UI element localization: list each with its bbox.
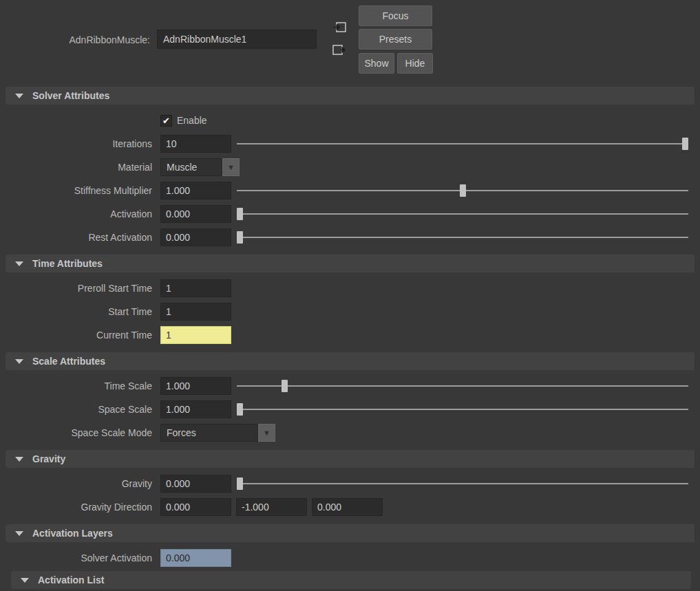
space-scale-mode-label: Space Scale Mode <box>0 427 152 438</box>
stiffness-multiplier-label: Stiffness Multiplier <box>0 185 152 196</box>
slider-handle[interactable] <box>237 477 243 490</box>
section-activation-layers: Solver Activation Activation List Add Ne… <box>0 544 700 591</box>
row-start-time: Start Time <box>0 300 700 323</box>
row-space-scale-mode: Space Scale Mode Forces ▼ <box>0 421 700 444</box>
section-scale-attributes: Time Scale Space Scale Space Scale Mode … <box>0 372 700 449</box>
row-gravity: Gravity <box>0 472 700 495</box>
section-title: Solver Attributes <box>32 90 109 101</box>
slider-handle[interactable] <box>237 208 243 220</box>
section-title: Gravity <box>32 453 65 464</box>
gravity-direction-x-field[interactable] <box>160 498 231 516</box>
row-space-scale: Space Scale <box>0 398 700 421</box>
slider-handle[interactable] <box>460 184 466 197</box>
enable-label: Enable <box>177 115 207 126</box>
section-gravity: Gravity Gravity Direction <box>0 469 700 523</box>
start-time-label: Start Time <box>0 306 152 317</box>
section-header-scale-attributes[interactable]: Scale Attributes <box>6 352 694 370</box>
iterations-slider[interactable] <box>237 138 688 150</box>
collapse-arrow-icon <box>15 261 23 266</box>
section-solver-attributes: ✔ Enable Iterations Material Muscle ▼ St… <box>0 106 700 253</box>
section-time-attributes: Preroll Start Time Start Time Current Ti… <box>0 274 700 351</box>
space-scale-field[interactable] <box>160 400 231 418</box>
section-header-activation-layers[interactable]: Activation Layers <box>6 524 694 542</box>
material-dropdown[interactable]: Muscle ▼ <box>160 158 240 176</box>
preroll-start-time-field[interactable] <box>160 279 231 297</box>
gravity-direction-label: Gravity Direction <box>0 502 152 513</box>
slider-track <box>237 483 688 484</box>
row-current-time: Current Time <box>0 323 700 347</box>
row-iterations: Iterations <box>0 132 700 155</box>
node-name-field[interactable] <box>157 30 317 49</box>
row-solver-activation: Solver Activation <box>0 546 700 570</box>
rest-activation-field[interactable] <box>160 228 231 246</box>
time-scale-label: Time Scale <box>0 380 152 391</box>
output-connection-button[interactable] <box>331 43 347 56</box>
solver-activation-field[interactable] <box>160 549 231 567</box>
collapse-arrow-icon <box>15 457 23 462</box>
input-connection-button[interactable] <box>331 21 347 34</box>
gravity-direction-z-field[interactable] <box>312 498 383 516</box>
slider-handle[interactable] <box>682 138 688 150</box>
input-connection-icon <box>332 21 347 34</box>
checkmark-icon: ✔ <box>162 116 170 125</box>
slider-track <box>237 213 688 215</box>
activation-slider[interactable] <box>237 208 688 220</box>
material-value: Muscle <box>160 158 222 176</box>
node-header: AdnRibbonMuscle: Focus Presets Show Hide <box>0 0 700 85</box>
stiffness-multiplier-field[interactable] <box>160 182 231 200</box>
collapse-arrow-icon <box>21 578 29 583</box>
space-scale-mode-dropdown[interactable]: Forces ▼ <box>160 424 275 442</box>
chevron-down-icon[interactable]: ▼ <box>222 158 240 176</box>
presets-button[interactable]: Presets <box>359 29 432 50</box>
hide-button[interactable]: Hide <box>397 53 433 74</box>
slider-track <box>237 143 688 144</box>
row-gravity-direction: Gravity Direction <box>0 495 700 519</box>
activation-label: Activation <box>0 208 152 219</box>
solver-activation-label: Solver Activation <box>0 552 152 563</box>
enable-checkbox[interactable]: ✔ <box>160 115 172 127</box>
slider-track <box>237 409 688 410</box>
space-scale-slider[interactable] <box>237 403 688 416</box>
time-scale-slider[interactable] <box>237 380 688 392</box>
rest-activation-label: Rest Activation <box>0 232 152 243</box>
rest-activation-slider[interactable] <box>237 231 688 244</box>
preroll-start-time-label: Preroll Start Time <box>0 283 152 294</box>
gravity-label: Gravity <box>0 478 152 489</box>
section-header-solver-attributes[interactable]: Solver Attributes <box>6 87 694 105</box>
row-enable: ✔ Enable <box>0 109 700 132</box>
gravity-slider[interactable] <box>237 477 688 490</box>
stiffness-multiplier-slider[interactable] <box>237 184 688 197</box>
current-time-field[interactable] <box>160 326 231 344</box>
section-title: Activation List <box>38 574 104 585</box>
row-activation: Activation <box>0 202 700 226</box>
activation-field[interactable] <box>160 205 231 223</box>
collapse-arrow-icon <box>15 94 23 98</box>
chevron-down-icon[interactable]: ▼ <box>258 424 275 442</box>
output-connection-icon <box>332 44 347 56</box>
collapse-arrow-icon <box>15 359 23 364</box>
space-scale-label: Space Scale <box>0 404 152 415</box>
current-time-label: Current Time <box>0 330 152 341</box>
section-header-activation-list[interactable]: Activation List <box>11 571 691 589</box>
gravity-direction-y-field[interactable] <box>236 498 307 516</box>
row-stiffness-multiplier: Stiffness Multiplier <box>0 179 700 202</box>
section-header-gravity[interactable]: Gravity <box>6 450 694 468</box>
slider-handle[interactable] <box>237 403 243 416</box>
collapse-arrow-icon <box>15 531 23 536</box>
gravity-field[interactable] <box>160 475 231 493</box>
focus-button[interactable]: Focus <box>359 6 432 26</box>
slider-track <box>237 385 688 387</box>
row-time-scale: Time Scale <box>0 374 700 398</box>
row-material: Material Muscle ▼ <box>0 155 700 179</box>
slider-track <box>237 237 688 238</box>
start-time-field[interactable] <box>160 303 231 321</box>
slider-handle[interactable] <box>237 231 243 244</box>
time-scale-field[interactable] <box>160 377 231 395</box>
show-button[interactable]: Show <box>359 53 394 74</box>
iterations-field[interactable] <box>160 135 231 153</box>
node-type-label: AdnRibbonMuscle: <box>0 34 150 46</box>
section-header-time-attributes[interactable]: Time Attributes <box>6 255 694 272</box>
row-preroll-start-time: Preroll Start Time <box>0 277 700 300</box>
section-title: Scale Attributes <box>32 356 105 367</box>
slider-handle[interactable] <box>282 380 288 392</box>
